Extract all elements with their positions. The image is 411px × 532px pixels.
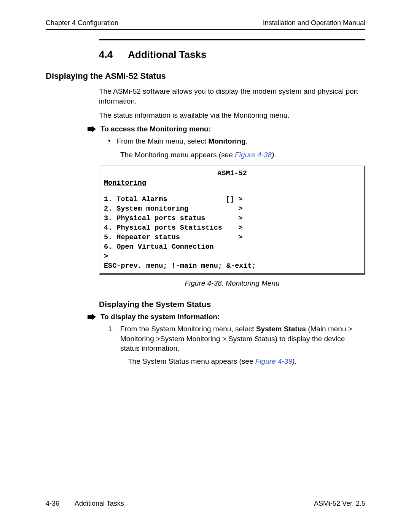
terminal-subtitle: Monitoring bbox=[104, 179, 360, 188]
footer-page-number: 4-36 bbox=[46, 500, 59, 508]
page-content: Chapter 4 Configuration Installation and… bbox=[46, 19, 365, 513]
section-rule bbox=[99, 39, 365, 40]
subsubsection-heading: Displaying the System Status bbox=[99, 300, 365, 309]
running-header: Chapter 4 Configuration Installation and… bbox=[46, 19, 365, 29]
footer-rule bbox=[46, 496, 365, 496]
procedure-arrow-icon bbox=[88, 314, 96, 320]
header-right: Installation and Operation Manual bbox=[263, 19, 365, 27]
menu-item: 1. Total Alarms [] > bbox=[104, 195, 360, 204]
paragraph: The status information is available via … bbox=[99, 110, 365, 120]
procedure-title: To access the Monitoring menu: bbox=[100, 125, 211, 133]
footer-left: 4-36 Additional Tasks bbox=[46, 500, 124, 508]
svg-marker-0 bbox=[88, 126, 96, 132]
bullet-text: From the Main menu, select Monitoring. bbox=[117, 136, 248, 146]
terminal-footer: ESC-prev. menu; !-main menu; &-exit; bbox=[104, 262, 360, 271]
paragraph: The ASMi-52 software allows you to displ… bbox=[99, 86, 365, 106]
step-subtext: The System Status menu appears (see Figu… bbox=[128, 356, 365, 366]
terminal-title: ASMi-52 bbox=[104, 169, 360, 179]
running-footer: 4-36 Additional Tasks ASMi-52 Ver. 2.5 bbox=[46, 500, 365, 508]
footer-section: Additional Tasks bbox=[75, 500, 124, 508]
figure-caption: Figure 4-38. Monitoring Menu bbox=[99, 279, 365, 288]
numbered-step: 1. From the System Monitoring menu, sele… bbox=[108, 324, 365, 353]
footer-version: ASMi-52 Ver. 2.5 bbox=[314, 500, 365, 508]
menu-item: 3. Physical ports status > bbox=[104, 214, 360, 224]
bullet-icon: • bbox=[108, 136, 111, 146]
figure-link[interactable]: Figure 4-38 bbox=[235, 151, 272, 159]
menu-item: 4. Physical ports Statistics > bbox=[104, 224, 360, 233]
terminal-screen: ASMi-52 Monitoring 1. Total Alarms [] > … bbox=[99, 165, 365, 275]
svg-marker-1 bbox=[88, 314, 96, 320]
section-number: 4.4 bbox=[99, 49, 126, 61]
menu-item: 5. Repeater status > bbox=[104, 233, 360, 243]
section-heading: 4.4 Additional Tasks bbox=[99, 49, 365, 61]
terminal-prompt: > bbox=[104, 252, 360, 262]
procedure-title: To display the system information: bbox=[100, 313, 220, 321]
subsection-heading: Displaying the ASMi-52 Status bbox=[46, 71, 365, 81]
procedure-arrow-icon bbox=[88, 126, 96, 132]
bullet-subtext: The Monitoring menu appears (see Figure … bbox=[120, 150, 365, 160]
menu-item: 2. System monitoring > bbox=[104, 204, 360, 214]
body-block: The ASMi-52 software allows you to displ… bbox=[99, 86, 365, 120]
procedure-heading-row: To display the system information: bbox=[88, 313, 365, 321]
section-title: Additional Tasks bbox=[128, 49, 206, 60]
header-rule bbox=[46, 29, 365, 30]
procedure-heading-row: To access the Monitoring menu: bbox=[88, 125, 365, 133]
menu-item: 6. Open Virtual Connection bbox=[104, 243, 360, 252]
bullet-item: • From the Main menu, select Monitoring. bbox=[108, 136, 365, 146]
step-number: 1. bbox=[108, 324, 116, 353]
step-text: From the System Monitoring menu, select … bbox=[120, 324, 365, 353]
header-left: Chapter 4 Configuration bbox=[46, 19, 118, 27]
figure-link[interactable]: Figure 4-39 bbox=[255, 357, 292, 365]
